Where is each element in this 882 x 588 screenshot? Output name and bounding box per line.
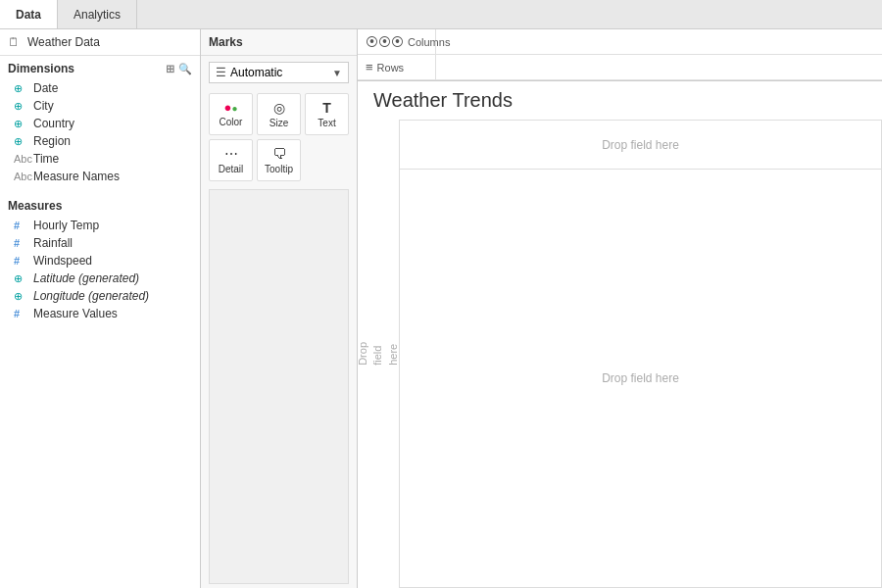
globe-icon: ⊕ <box>14 100 29 113</box>
field-measure-values[interactable]: # Measure Values <box>0 305 200 322</box>
dimensions-title: Dimensions <box>8 62 74 75</box>
chart-area: Dropfieldhere Drop field here Drop field… <box>358 120 882 588</box>
field-measure-names[interactable]: Abc Measure Names <box>0 168 200 185</box>
globe-green-icon: ⊕ <box>14 272 29 285</box>
chart-left-drop-label: Dropfieldhere <box>358 120 399 588</box>
globe-icon: ⊕ <box>14 82 29 95</box>
measures-title: Measures <box>8 199 62 213</box>
drop-field-top-text: Drop field here <box>602 138 679 152</box>
text-button[interactable]: T Text <box>305 93 349 135</box>
marks-buttons-grid: ●● Color ◎ Size T Text ⋯ Detail 🗨 Toolti… <box>201 89 357 185</box>
detail-button[interactable]: ⋯ Detail <box>209 139 253 181</box>
chart-title: Weather Trends <box>358 81 882 120</box>
tab-analytics[interactable]: Analytics <box>58 0 137 28</box>
section-divider <box>0 185 200 193</box>
tooltip-button[interactable]: 🗨 Tooltip <box>257 139 301 181</box>
hash-icon: # <box>14 220 29 231</box>
automatic-mark-icon: ☰ <box>216 66 226 79</box>
globe-icon: ⊕ <box>14 118 29 130</box>
measures-header: Measures <box>0 193 200 217</box>
field-time[interactable]: Abc Time <box>0 150 200 168</box>
field-latitude[interactable]: ⊕ Latitude (generated) <box>0 270 200 287</box>
rows-row: ≡ Rows <box>358 55 882 80</box>
marks-panel: Marks ☰ Automatic ▼ ●● Color ◎ Size T Te… <box>201 29 358 588</box>
size-icon: ◎ <box>273 100 285 116</box>
chevron-down-icon: ▼ <box>332 68 342 78</box>
rows-label: ≡ Rows <box>358 55 436 79</box>
field-rainfall[interactable]: # Rainfall <box>0 234 200 252</box>
rows-icon: ≡ <box>366 60 373 74</box>
top-tabs: Data Analytics <box>0 0 882 29</box>
columns-row: ⦿⦿⦿ Columns <box>358 29 882 55</box>
dimensions-header-icons: ⊞ 🔍 <box>166 63 192 75</box>
globe-icon: ⊕ <box>14 135 29 148</box>
field-hourly-temp[interactable]: # Hourly Temp <box>0 217 200 234</box>
marks-empty-area <box>209 189 349 584</box>
field-windspeed[interactable]: # Windspeed <box>0 252 200 270</box>
tab-data[interactable]: Data <box>0 0 58 28</box>
tooltip-icon: 🗨 <box>272 146 286 162</box>
field-region[interactable]: ⊕ Region <box>0 132 200 150</box>
detail-icon: ⋯ <box>224 146 238 162</box>
marks-title: Marks <box>201 29 357 56</box>
chart-top-drop-zone[interactable]: Drop field here <box>400 121 881 170</box>
text-icon: T <box>322 100 331 116</box>
dimensions-header: Dimensions ⊞ 🔍 <box>0 56 200 79</box>
main-area: 🗒 Weather Data Dimensions ⊞ 🔍 ⊕ Date ⊕ C… <box>0 29 882 588</box>
color-button[interactable]: ●● Color <box>209 93 253 135</box>
search-icon[interactable]: 🔍 <box>178 63 192 75</box>
field-longitude[interactable]: ⊕ Longitude (generated) <box>0 287 200 305</box>
drop-field-center-text: Drop field here <box>602 371 679 385</box>
hash-icon: # <box>14 255 29 267</box>
field-city[interactable]: ⊕ City <box>0 97 200 115</box>
marks-dropdown-value: Automatic <box>230 66 282 79</box>
left-panel: 🗒 Weather Data Dimensions ⊞ 🔍 ⊕ Date ⊕ C… <box>0 29 201 588</box>
chart-main[interactable]: Drop field here Drop field here <box>399 120 882 588</box>
columns-label: ⦿⦿⦿ Columns <box>358 29 436 54</box>
color-dots-icon: ●● <box>224 100 238 115</box>
size-button[interactable]: ◎ Size <box>257 93 301 135</box>
abc-icon: Abc <box>14 171 29 182</box>
chart-bottom-drop-zone[interactable]: Drop field here <box>400 170 881 587</box>
hash-icon: # <box>14 237 29 249</box>
canvas-header: ⦿⦿⦿ Columns ≡ Rows <box>358 29 882 81</box>
field-country[interactable]: ⊕ Country <box>0 115 200 132</box>
database-icon: 🗒 <box>8 35 22 49</box>
field-date[interactable]: ⊕ Date <box>0 79 200 97</box>
canvas-panel: ⦿⦿⦿ Columns ≡ Rows Weather Trends Dropfi… <box>358 29 882 588</box>
columns-icon: ⦿⦿⦿ <box>366 34 404 49</box>
drop-field-left-text: Dropfieldhere <box>356 342 401 366</box>
hash-icon: # <box>14 308 29 319</box>
abc-icon: Abc <box>14 153 29 165</box>
grid-icon[interactable]: ⊞ <box>166 63 174 75</box>
marks-type-dropdown[interactable]: ☰ Automatic ▼ <box>209 62 349 83</box>
globe-green-icon: ⊕ <box>14 290 29 303</box>
data-source-name: Weather Data <box>27 35 100 49</box>
data-source-row[interactable]: 🗒 Weather Data <box>0 29 200 56</box>
